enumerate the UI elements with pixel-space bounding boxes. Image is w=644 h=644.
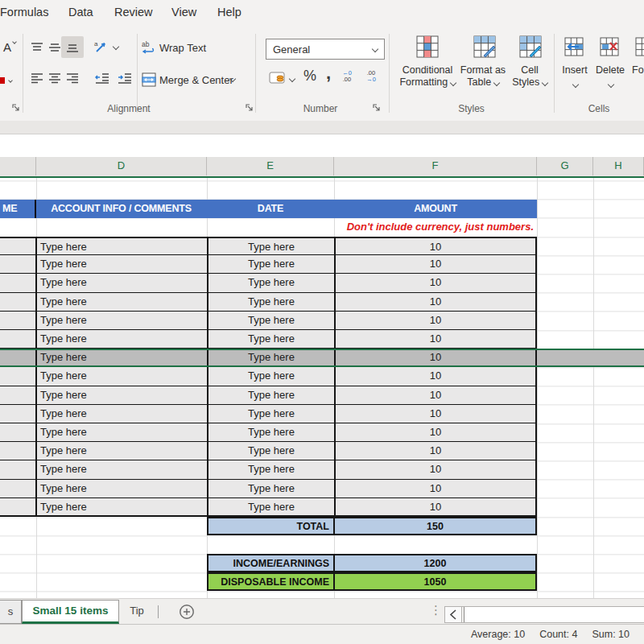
cell-c[interactable]	[0, 312, 35, 330]
format-button-fragment[interactable]: Fo	[632, 64, 644, 76]
income-label-cell[interactable]: INCOME/EARNINGS	[207, 554, 334, 572]
dialog-launcher-icon[interactable]	[372, 103, 382, 113]
ribbon-tab-help[interactable]: Help	[217, 6, 242, 19]
column-header-fragment[interactable]	[0, 157, 36, 175]
cell-e[interactable]: Type here	[207, 423, 334, 442]
bottom-align-icon[interactable]	[66, 41, 79, 54]
format-cells-icon[interactable]	[635, 37, 644, 56]
cell-e[interactable]: Type here	[207, 386, 334, 405]
cell-c[interactable]	[0, 423, 35, 442]
cell-f[interactable]: 10	[334, 460, 537, 479]
cell-c[interactable]	[0, 293, 35, 312]
cell-e[interactable]: Type here	[207, 274, 334, 292]
column-header-D[interactable]: D	[36, 157, 207, 175]
middle-align-icon[interactable]	[48, 41, 61, 54]
conditional-formatting-icon[interactable]	[416, 35, 439, 58]
new-sheet-icon[interactable]	[179, 604, 195, 620]
cell-c[interactable]	[0, 367, 35, 386]
cell-e[interactable]: Type here	[207, 498, 334, 517]
cell-d[interactable]: Type here	[35, 330, 207, 349]
format-as-table-icon[interactable]	[473, 35, 496, 58]
sheet-tab-tip[interactable]: Tip	[119, 600, 155, 624]
cell-styles-icon[interactable]	[519, 35, 542, 58]
cell-f[interactable]: 10	[334, 498, 537, 517]
ribbon-tab-formulas[interactable]: Formulas	[0, 6, 48, 19]
cell-e[interactable]: Type here	[207, 480, 334, 498]
cell-styles-button[interactable]: CellStyles	[503, 64, 556, 89]
cell-c[interactable]	[0, 274, 35, 292]
cell-c[interactable]	[0, 405, 35, 423]
scroll-left-button[interactable]	[445, 607, 462, 622]
cell-e[interactable]: Type here	[207, 367, 334, 386]
cell-e[interactable]: Type here	[207, 330, 334, 349]
wrap-text-icon[interactable]: ab	[142, 40, 156, 55]
income-value-cell[interactable]: 1200	[333, 554, 537, 572]
cell-f[interactable]: 10	[334, 293, 537, 312]
sheet-tab-fragment[interactable]: s	[0, 600, 22, 624]
insert-cells-icon[interactable]	[564, 37, 584, 56]
font-size-fragment[interactable]: A	[3, 40, 11, 54]
column-header-F[interactable]: F	[334, 157, 537, 175]
formula-bar-area[interactable]	[0, 135, 644, 157]
increase-indent-icon[interactable]	[118, 72, 132, 85]
decrease-decimal-icon[interactable]: .00→0	[361, 70, 382, 83]
sheet-tab-active[interactable]: Small 15 items	[22, 600, 119, 624]
ribbon-tab-data[interactable]: Data	[68, 6, 93, 19]
cell-f[interactable]: 10	[334, 312, 537, 330]
cell-e[interactable]: Type here	[207, 405, 334, 423]
percent-style-icon[interactable]: %	[303, 68, 316, 85]
cell-c[interactable]	[0, 442, 35, 460]
cell-f[interactable]: 10	[334, 442, 537, 460]
merge-center-icon[interactable]	[142, 72, 156, 87]
cell-c[interactable]	[0, 498, 35, 517]
ribbon-tab-view[interactable]: View	[171, 6, 196, 19]
horizontal-scrollbar[interactable]	[444, 606, 644, 623]
cell-d[interactable]: Type here	[35, 255, 207, 274]
column-header-G[interactable]: G	[537, 157, 593, 175]
cell-d[interactable]: Type here	[35, 312, 207, 330]
delete-cells-icon[interactable]	[600, 37, 619, 56]
cell-f[interactable]: 10	[334, 237, 537, 255]
wrap-text-button[interactable]: Wrap Text	[159, 42, 206, 54]
cell-d[interactable]: Type here	[35, 350, 207, 365]
disposable-label-cell[interactable]: DISPOSABLE INCOME	[207, 572, 334, 591]
cell-e[interactable]: Type here	[207, 312, 334, 330]
cell-f[interactable]: 10	[334, 386, 537, 405]
cell-d[interactable]: Type here	[35, 405, 207, 423]
number-format-dropdown[interactable]: General	[266, 39, 385, 60]
cell-d[interactable]: Type here	[35, 442, 207, 460]
disposable-value-cell[interactable]: 1050	[333, 572, 537, 591]
cell-d[interactable]: Type here	[35, 480, 207, 498]
cell-d[interactable]: Type here	[35, 367, 207, 386]
cell-d[interactable]: Type here	[35, 498, 207, 517]
cell-c[interactable]	[0, 460, 35, 479]
cell-e[interactable]: Type here	[207, 255, 334, 274]
column-header-E[interactable]: E	[207, 157, 334, 175]
cell-e[interactable]: Type here	[207, 442, 334, 460]
cell-c[interactable]	[0, 237, 35, 255]
tab-scroll-splitter[interactable]: ⋮	[430, 603, 442, 617]
cell-f[interactable]: 10	[334, 274, 537, 292]
total-value-cell[interactable]: 150	[333, 517, 537, 535]
cell-c[interactable]	[0, 330, 35, 349]
increase-decimal-icon[interactable]: ←0.00	[336, 70, 357, 83]
cell-c[interactable]	[0, 255, 35, 274]
cell-c[interactable]	[0, 350, 35, 365]
font-color-swatch-fragment[interactable]	[0, 77, 5, 84]
cell-f[interactable]: 10	[334, 480, 537, 498]
top-align-icon[interactable]	[31, 41, 43, 54]
cell-f[interactable]: 10	[334, 350, 537, 365]
orientation-icon[interactable]: a	[93, 39, 109, 55]
align-center-icon[interactable]	[48, 72, 61, 85]
cell-e[interactable]: Type here	[207, 350, 334, 365]
align-left-icon[interactable]	[31, 72, 43, 85]
cell-d[interactable]: Type here	[35, 423, 207, 442]
accounting-format-icon[interactable]	[269, 70, 287, 86]
total-label-cell[interactable]: TOTAL	[207, 517, 334, 535]
cell-e[interactable]: Type here	[207, 237, 334, 255]
cell-e[interactable]: Type here	[207, 460, 334, 479]
dialog-launcher-icon[interactable]	[245, 103, 254, 113]
column-header-H[interactable]: H	[593, 157, 644, 175]
cell-f[interactable]: 10	[334, 367, 537, 386]
scrollbar-thumb[interactable]	[464, 607, 644, 622]
